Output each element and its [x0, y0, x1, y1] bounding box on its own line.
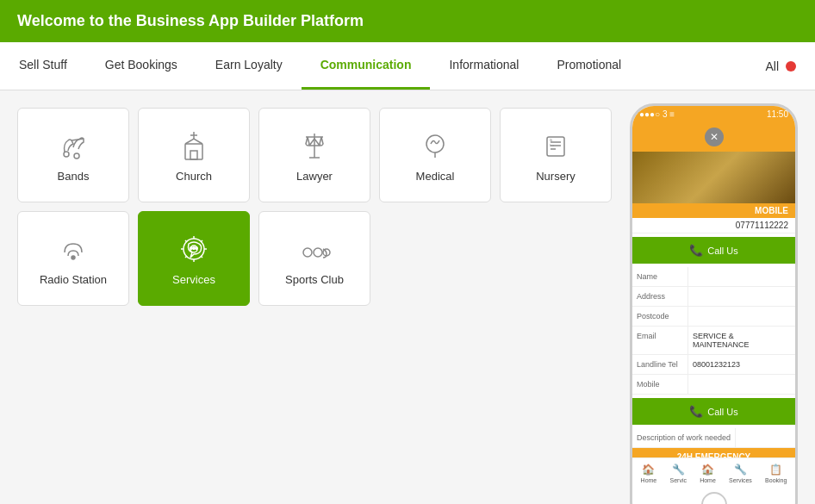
phone-field-name: Name	[632, 267, 795, 287]
svg-point-22	[193, 246, 195, 248]
category-grid-row2: Radio Station	[17, 211, 613, 306]
phone-field-postcode: Postcode	[632, 307, 795, 327]
phone-fields: Name Address Postcode Email SERVICE & MA…	[632, 267, 795, 466]
nav-services[interactable]: 🔧 Services	[729, 464, 752, 483]
phone-call-button-2[interactable]: 📞 Call Us	[632, 398, 795, 425]
nav-booking[interactable]: 📋 Booking	[765, 464, 787, 483]
svg-point-1	[74, 153, 79, 159]
phone-signal-left: ●●●○ 3 ≡	[639, 109, 675, 119]
nav-service[interactable]: 🔧 Servic	[669, 464, 686, 483]
svg-line-2	[72, 139, 84, 140]
svg-point-23	[196, 246, 197, 248]
bands-icon	[56, 128, 90, 163]
phone-field-address: Address	[632, 287, 795, 307]
tab-get-bookings[interactable]: Get Bookings	[86, 42, 196, 90]
phone-bg-image	[632, 152, 795, 203]
svg-point-21	[190, 246, 192, 248]
phone-call-button[interactable]: 📞 Call Us	[632, 237, 795, 264]
svg-text:a: a	[550, 137, 552, 142]
svg-point-11	[426, 135, 444, 152]
tab-bar: Sell Stuff Get Bookings Earn Loyalty Com…	[0, 42, 815, 90]
phone-number: 07771112222	[632, 218, 795, 233]
svg-point-0	[64, 152, 69, 157]
category-card-church[interactable]: Church	[138, 108, 250, 202]
phone-field-email: Email SERVICE & MAINTENANCE	[632, 327, 795, 355]
svg-point-24	[303, 248, 312, 257]
category-card-bands[interactable]: Bands	[17, 108, 129, 202]
phone-home-button[interactable]	[701, 492, 727, 504]
category-card-sports-club[interactable]: Sports Club	[258, 211, 370, 306]
tab-earn-loyalty[interactable]: Earn Loyalty	[196, 42, 302, 90]
lawyer-label: Lawyer	[296, 170, 333, 183]
phone-status-bar: ●●●○ 3 ≡ 11:50	[632, 106, 795, 122]
category-grid-row1: Bands Church	[17, 108, 613, 202]
phone-mobile-label: MOBILE	[632, 203, 795, 218]
phone-bottom-nav: 🏠 Home 🔧 Servic 🏠 Home 🔧 Services 📋 Book…	[632, 457, 795, 488]
medical-label: Medical	[416, 170, 455, 183]
lawyer-icon	[297, 128, 332, 163]
services-icon	[177, 232, 211, 266]
phone-close-button[interactable]: ✕	[705, 128, 724, 146]
tab-informational[interactable]: Informational	[430, 42, 538, 90]
nav-home2[interactable]: 🏠 Home	[700, 464, 716, 483]
radio-station-label: Radio Station	[40, 273, 107, 286]
notification-dot	[786, 61, 796, 72]
svg-rect-5	[185, 144, 202, 159]
tab-all[interactable]: All	[746, 44, 815, 89]
sports-club-label: Sports Club	[285, 273, 344, 286]
tab-communication[interactable]: Communication	[302, 42, 431, 90]
tab-promotional[interactable]: Promotional	[538, 42, 640, 90]
bands-label: Bands	[58, 170, 90, 183]
svg-point-18	[72, 256, 75, 259]
phone-time: 11:50	[767, 109, 788, 119]
sports-club-icon	[297, 232, 332, 266]
category-card-services[interactable]: Services	[138, 211, 250, 306]
category-card-medical[interactable]: Medical	[379, 108, 491, 202]
category-card-lawyer[interactable]: Lawyer	[258, 108, 370, 202]
main-content: Bands Church	[0, 90, 815, 504]
category-card-radio-station[interactable]: Radio Station	[17, 211, 129, 306]
nav-home[interactable]: 🏠 Home	[641, 464, 657, 483]
nursery-label: Nursery	[536, 170, 575, 183]
church-label: Church	[176, 170, 212, 183]
phone-field-landline: Landline Tel 08001232123	[632, 355, 795, 375]
services-label: Services	[172, 273, 215, 286]
radio-station-icon	[56, 232, 90, 266]
tab-sell-stuff[interactable]: Sell Stuff	[0, 42, 86, 90]
header-title: Welcome to the Business App Builder Plat…	[17, 12, 364, 29]
page-header: Welcome to the Business App Builder Plat…	[0, 0, 815, 42]
category-grid-area: Bands Church	[17, 108, 613, 504]
medical-icon	[418, 128, 452, 163]
nursery-icon: a b c	[538, 128, 573, 163]
phone-field-desc: Description of work needed	[632, 428, 795, 448]
category-card-nursery[interactable]: a b c Nursery	[500, 108, 612, 202]
svg-rect-6	[190, 151, 197, 159]
phone-close-bar: ✕	[632, 122, 795, 152]
phone-field-mobile: Mobile	[632, 375, 795, 395]
church-icon	[177, 128, 211, 163]
phone-preview: ●●●○ 3 ≡ 11:50 ✕ MOBILE 07771112222 📞 Ca…	[630, 103, 798, 504]
svg-point-25	[314, 248, 322, 257]
svg-text:b c: b c	[550, 143, 554, 147]
